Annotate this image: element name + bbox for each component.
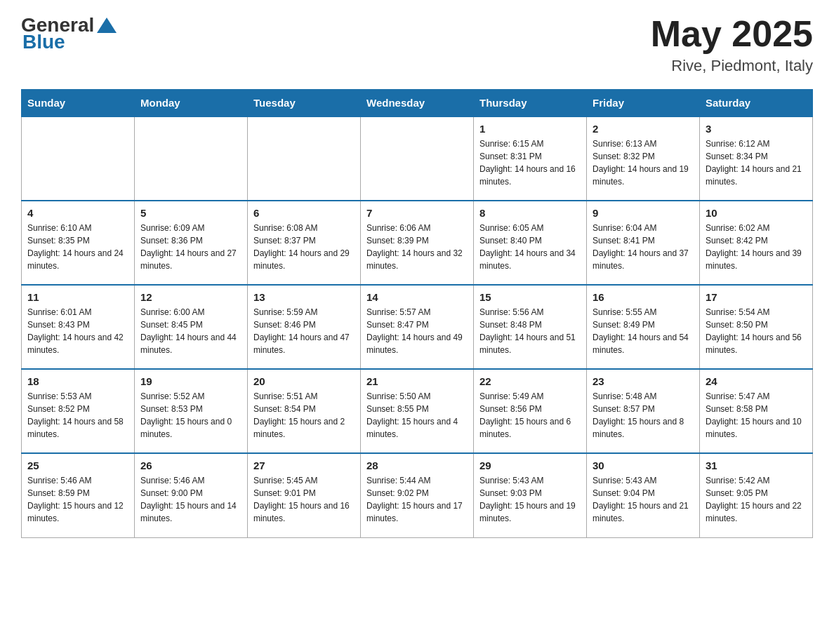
day-info: Sunrise: 5:57 AM Sunset: 8:47 PM Dayligh… bbox=[366, 306, 468, 356]
calendar-cell: 17Sunrise: 5:54 AM Sunset: 8:50 PM Dayli… bbox=[700, 285, 813, 369]
day-number: 22 bbox=[479, 375, 581, 387]
week-row-4: 18Sunrise: 5:53 AM Sunset: 8:52 PM Dayli… bbox=[22, 369, 813, 453]
week-row-2: 4Sunrise: 6:10 AM Sunset: 8:35 PM Daylig… bbox=[22, 201, 813, 285]
day-info: Sunrise: 6:09 AM Sunset: 8:36 PM Dayligh… bbox=[140, 222, 241, 272]
calendar-cell: 4Sunrise: 6:10 AM Sunset: 8:35 PM Daylig… bbox=[22, 201, 135, 285]
day-info: Sunrise: 5:56 AM Sunset: 8:48 PM Dayligh… bbox=[479, 306, 581, 356]
day-info: Sunrise: 6:15 AM Sunset: 8:31 PM Dayligh… bbox=[479, 137, 581, 188]
day-info: Sunrise: 6:00 AM Sunset: 8:45 PM Dayligh… bbox=[140, 306, 241, 356]
calendar-cell: 28Sunrise: 5:44 AM Sunset: 9:02 PM Dayli… bbox=[361, 453, 474, 537]
day-info: Sunrise: 5:51 AM Sunset: 8:54 PM Dayligh… bbox=[253, 390, 355, 441]
col-saturday: Saturday bbox=[700, 90, 813, 117]
calendar-cell: 27Sunrise: 5:45 AM Sunset: 9:01 PM Dayli… bbox=[248, 453, 361, 537]
day-number: 13 bbox=[253, 291, 355, 303]
day-info: Sunrise: 6:06 AM Sunset: 8:39 PM Dayligh… bbox=[366, 222, 468, 272]
calendar-cell: 29Sunrise: 5:43 AM Sunset: 9:03 PM Dayli… bbox=[474, 453, 587, 537]
day-info: Sunrise: 5:46 AM Sunset: 9:00 PM Dayligh… bbox=[140, 474, 241, 525]
calendar-cell: 1Sunrise: 6:15 AM Sunset: 8:31 PM Daylig… bbox=[474, 116, 587, 201]
day-number: 19 bbox=[140, 375, 241, 387]
calendar-cell: 22Sunrise: 5:49 AM Sunset: 8:56 PM Dayli… bbox=[474, 369, 587, 453]
calendar-cell: 14Sunrise: 5:57 AM Sunset: 8:47 PM Dayli… bbox=[361, 285, 474, 369]
week-row-5: 25Sunrise: 5:46 AM Sunset: 8:59 PM Dayli… bbox=[22, 453, 813, 537]
day-info: Sunrise: 6:12 AM Sunset: 8:34 PM Dayligh… bbox=[706, 137, 807, 188]
calendar-cell: 30Sunrise: 5:43 AM Sunset: 9:04 PM Dayli… bbox=[587, 453, 700, 537]
calendar-cell: 16Sunrise: 5:55 AM Sunset: 8:49 PM Dayli… bbox=[587, 285, 700, 369]
calendar-cell: 13Sunrise: 5:59 AM Sunset: 8:46 PM Dayli… bbox=[248, 285, 361, 369]
day-number: 4 bbox=[27, 207, 128, 219]
day-info: Sunrise: 5:47 AM Sunset: 8:58 PM Dayligh… bbox=[706, 390, 807, 441]
day-info: Sunrise: 6:05 AM Sunset: 8:40 PM Dayligh… bbox=[479, 222, 581, 272]
day-info: Sunrise: 5:50 AM Sunset: 8:55 PM Dayligh… bbox=[366, 390, 468, 441]
day-number: 12 bbox=[140, 291, 241, 303]
day-info: Sunrise: 5:55 AM Sunset: 8:49 PM Dayligh… bbox=[593, 306, 694, 356]
calendar-cell: 24Sunrise: 5:47 AM Sunset: 8:58 PM Dayli… bbox=[700, 369, 813, 453]
location-subtitle: Rive, Piedmont, Italy bbox=[651, 57, 813, 75]
day-number: 2 bbox=[593, 123, 694, 135]
day-info: Sunrise: 5:59 AM Sunset: 8:46 PM Dayligh… bbox=[253, 306, 355, 356]
day-info: Sunrise: 6:04 AM Sunset: 8:41 PM Dayligh… bbox=[593, 222, 694, 272]
day-number: 16 bbox=[593, 291, 694, 303]
col-thursday: Thursday bbox=[474, 90, 587, 117]
week-row-1: 1Sunrise: 6:15 AM Sunset: 8:31 PM Daylig… bbox=[22, 116, 813, 201]
col-tuesday: Tuesday bbox=[248, 90, 361, 117]
calendar-cell: 5Sunrise: 6:09 AM Sunset: 8:36 PM Daylig… bbox=[135, 201, 248, 285]
col-friday: Friday bbox=[587, 90, 700, 117]
calendar-table: Sunday Monday Tuesday Wednesday Thursday… bbox=[21, 89, 813, 538]
calendar-cell: 31Sunrise: 5:42 AM Sunset: 9:05 PM Dayli… bbox=[700, 453, 813, 537]
day-number: 27 bbox=[253, 459, 355, 471]
day-number: 9 bbox=[593, 207, 694, 219]
calendar-cell: 12Sunrise: 6:00 AM Sunset: 8:45 PM Dayli… bbox=[135, 285, 248, 369]
day-number: 24 bbox=[706, 375, 807, 387]
day-number: 31 bbox=[706, 459, 807, 471]
day-info: Sunrise: 5:54 AM Sunset: 8:50 PM Dayligh… bbox=[706, 306, 807, 356]
day-info: Sunrise: 5:46 AM Sunset: 8:59 PM Dayligh… bbox=[27, 474, 128, 525]
week-row-3: 11Sunrise: 6:01 AM Sunset: 8:43 PM Dayli… bbox=[22, 285, 813, 369]
calendar-cell: 2Sunrise: 6:13 AM Sunset: 8:32 PM Daylig… bbox=[587, 116, 700, 201]
day-info: Sunrise: 5:49 AM Sunset: 8:56 PM Dayligh… bbox=[479, 390, 581, 441]
calendar-cell: 23Sunrise: 5:48 AM Sunset: 8:57 PM Dayli… bbox=[587, 369, 700, 453]
day-number: 11 bbox=[27, 291, 128, 303]
calendar-cell: 11Sunrise: 6:01 AM Sunset: 8:43 PM Dayli… bbox=[22, 285, 135, 369]
day-info: Sunrise: 5:52 AM Sunset: 8:53 PM Dayligh… bbox=[140, 390, 241, 441]
day-number: 26 bbox=[140, 459, 241, 471]
calendar-cell: 26Sunrise: 5:46 AM Sunset: 9:00 PM Dayli… bbox=[135, 453, 248, 537]
day-info: Sunrise: 5:44 AM Sunset: 9:02 PM Dayligh… bbox=[366, 474, 468, 525]
col-wednesday: Wednesday bbox=[361, 90, 474, 117]
day-number: 21 bbox=[366, 375, 468, 387]
day-number: 23 bbox=[593, 375, 694, 387]
calendar-cell: 21Sunrise: 5:50 AM Sunset: 8:55 PM Dayli… bbox=[361, 369, 474, 453]
day-info: Sunrise: 6:10 AM Sunset: 8:35 PM Dayligh… bbox=[27, 222, 128, 272]
calendar-cell: 8Sunrise: 6:05 AM Sunset: 8:40 PM Daylig… bbox=[474, 201, 587, 285]
calendar-cell: 18Sunrise: 5:53 AM Sunset: 8:52 PM Dayli… bbox=[22, 369, 135, 453]
calendar-cell: 10Sunrise: 6:02 AM Sunset: 8:42 PM Dayli… bbox=[700, 201, 813, 285]
day-number: 6 bbox=[253, 207, 355, 219]
calendar-cell bbox=[361, 116, 474, 201]
day-info: Sunrise: 5:48 AM Sunset: 8:57 PM Dayligh… bbox=[593, 390, 694, 441]
col-monday: Monday bbox=[135, 90, 248, 117]
day-number: 7 bbox=[366, 207, 468, 219]
month-year-title: May 2025 bbox=[651, 14, 813, 54]
day-info: Sunrise: 5:43 AM Sunset: 9:03 PM Dayligh… bbox=[479, 474, 581, 525]
day-info: Sunrise: 6:01 AM Sunset: 8:43 PM Dayligh… bbox=[27, 306, 128, 356]
day-number: 17 bbox=[706, 291, 807, 303]
day-number: 30 bbox=[593, 459, 694, 471]
day-info: Sunrise: 5:45 AM Sunset: 9:01 PM Dayligh… bbox=[253, 474, 355, 525]
calendar-cell: 3Sunrise: 6:12 AM Sunset: 8:34 PM Daylig… bbox=[700, 116, 813, 201]
calendar-cell: 6Sunrise: 6:08 AM Sunset: 8:37 PM Daylig… bbox=[248, 201, 361, 285]
logo: General Blue bbox=[21, 14, 117, 53]
title-block: May 2025 Rive, Piedmont, Italy bbox=[651, 14, 813, 75]
day-info: Sunrise: 5:53 AM Sunset: 8:52 PM Dayligh… bbox=[27, 390, 128, 441]
logo-blue-text: Blue bbox=[22, 31, 65, 53]
day-info: Sunrise: 6:13 AM Sunset: 8:32 PM Dayligh… bbox=[593, 137, 694, 188]
logo-triangle-icon bbox=[97, 18, 117, 33]
calendar-cell: 19Sunrise: 5:52 AM Sunset: 8:53 PM Dayli… bbox=[135, 369, 248, 453]
day-info: Sunrise: 5:43 AM Sunset: 9:04 PM Dayligh… bbox=[593, 474, 694, 525]
calendar-cell bbox=[248, 116, 361, 201]
day-number: 28 bbox=[366, 459, 468, 471]
calendar-cell bbox=[135, 116, 248, 201]
day-number: 15 bbox=[479, 291, 581, 303]
day-number: 1 bbox=[479, 123, 581, 135]
page-header: General Blue May 2025 Rive, Piedmont, It… bbox=[21, 14, 813, 75]
day-number: 25 bbox=[27, 459, 128, 471]
calendar-cell: 7Sunrise: 6:06 AM Sunset: 8:39 PM Daylig… bbox=[361, 201, 474, 285]
